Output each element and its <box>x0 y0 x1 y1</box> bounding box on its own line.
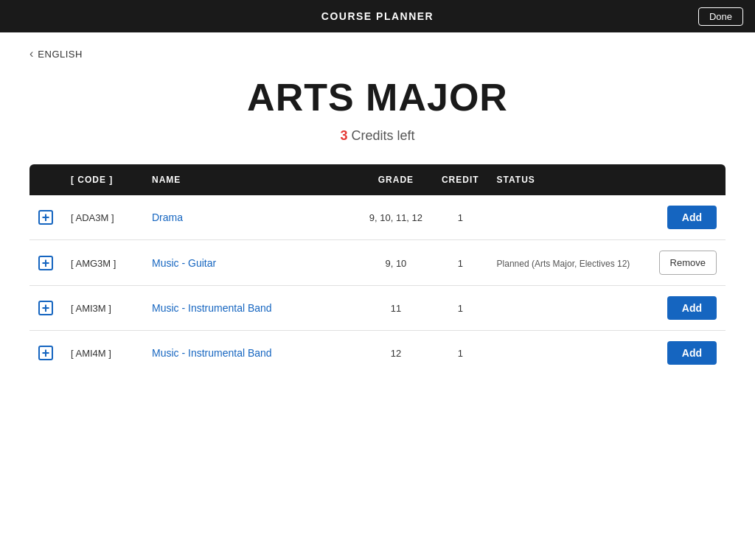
page-content: ‹ ENGLISH ARTS MAJOR 3 Credits left [ CO… <box>0 32 755 560</box>
add-course-button[interactable]: Add <box>667 296 717 320</box>
course-credit: 1 <box>458 258 463 269</box>
course-name-link[interactable]: Music - Guitar <box>152 257 216 269</box>
course-code: [ AMI4M ] <box>71 348 111 359</box>
course-code: [ AMI3M ] <box>71 303 111 314</box>
th-credit: CREDIT <box>433 164 488 195</box>
course-name-link[interactable]: Music - Instrumental Band <box>152 302 272 314</box>
course-name-link[interactable]: Music - Instrumental Band <box>152 347 272 359</box>
table-header-row: [ CODE ] NAME GRADE CREDIT STATUS <box>29 164 726 195</box>
table-row: +[ AMI4M ]Music - Instrumental Band121Ad… <box>29 331 726 376</box>
th-code: [ CODE ] <box>62 164 143 195</box>
course-grade: 11 <box>391 303 401 314</box>
course-name-link[interactable]: Drama <box>152 211 183 223</box>
app-title: COURSE PLANNER <box>321 10 434 22</box>
add-course-button[interactable]: Add <box>667 341 717 365</box>
table-row: +[ ADA3M ]Drama9, 10, 11, 121Add <box>29 195 726 240</box>
course-credit: 1 <box>458 212 463 223</box>
expand-icon[interactable]: + <box>38 301 53 315</box>
credits-count: 3 <box>340 128 347 143</box>
table-row: +[ AMG3M ]Music - Guitar9, 101Planned (A… <box>29 240 726 286</box>
th-name: NAME <box>143 164 359 195</box>
course-credit: 1 <box>458 303 463 314</box>
back-label: ENGLISH <box>38 49 83 60</box>
course-table: [ CODE ] NAME GRADE CREDIT STATUS +[ ADA… <box>29 164 726 375</box>
add-course-button[interactable]: Add <box>667 206 717 229</box>
th-grade: GRADE <box>359 164 433 195</box>
th-expand <box>29 164 62 195</box>
expand-icon[interactable]: + <box>38 210 53 225</box>
course-grade: 9, 10 <box>385 258 406 269</box>
credits-info: 3 Credits left <box>29 128 726 144</box>
course-status: Planned (Arts Major, Electives 12) <box>497 259 630 269</box>
back-arrow-icon: ‹ <box>29 47 33 60</box>
table-row: +[ AMI3M ]Music - Instrumental Band111Ad… <box>29 286 726 331</box>
course-grade: 12 <box>391 348 401 359</box>
course-grade: 9, 10, 11, 12 <box>369 212 422 223</box>
remove-course-button[interactable]: Remove <box>659 251 717 275</box>
th-action <box>650 164 726 195</box>
course-code: [ ADA3M ] <box>71 212 114 223</box>
th-status: STATUS <box>488 164 650 195</box>
top-bar: COURSE PLANNER Done <box>0 0 755 32</box>
course-credit: 1 <box>458 348 463 359</box>
done-button[interactable]: Done <box>698 7 743 26</box>
credits-label-text: Credits left <box>352 128 415 143</box>
back-nav[interactable]: ‹ ENGLISH <box>29 47 726 60</box>
expand-icon[interactable]: + <box>38 256 53 270</box>
course-code: [ AMG3M ] <box>71 258 116 269</box>
expand-icon[interactable]: + <box>38 346 53 360</box>
page-title: ARTS MAJOR <box>29 75 726 119</box>
